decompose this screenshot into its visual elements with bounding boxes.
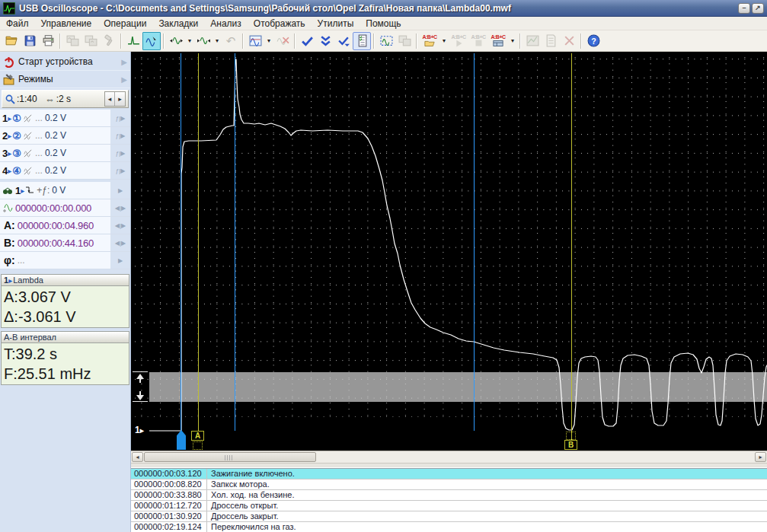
- abc-label: A:B+C: [471, 34, 485, 40]
- cursor-a-line[interactable]: [198, 53, 199, 431]
- stretch-dropdown[interactable]: ▾: [185, 32, 194, 50]
- cursor-b-line[interactable]: [571, 53, 572, 440]
- cursor-b-handle[interactable]: [566, 432, 576, 440]
- log-row[interactable]: 000000:01:12.720 Дроссель открыт.: [131, 501, 767, 511]
- channel-scale-value[interactable]: 0.2 V: [45, 165, 66, 176]
- view-mode-button[interactable]: [246, 32, 264, 50]
- trigger-level-value[interactable]: 0 V: [52, 185, 66, 196]
- channel-expand-control[interactable]: ƒ|▶: [110, 110, 130, 126]
- menu-utilities[interactable]: Утилиты: [312, 18, 360, 30]
- scale-time-row[interactable]: :1:40 ⇔ :2 s ◂ ▸: [2, 90, 129, 108]
- cursor-b-value[interactable]: 000000:00:44.160: [18, 237, 94, 249]
- menu-bookmarks[interactable]: Закладки: [152, 18, 204, 30]
- menu-control[interactable]: Управление: [35, 18, 98, 30]
- start-device-row[interactable]: Старт устройства ▶: [0, 53, 130, 71]
- thumb-grip: [225, 455, 232, 460]
- oscilloscope-display[interactable]: A B 1▸: [131, 52, 767, 451]
- position-value[interactable]: 000000:00:00.000: [15, 202, 91, 214]
- channel-row-4[interactable]: 4▸ ④ ... 0.2 V ƒ|▶: [0, 162, 130, 180]
- scroll-right-button[interactable]: ▸: [755, 452, 766, 462]
- control-sidebar: Старт устройства ▶ Режимы ▶ :1:40 ⇔ :2 s…: [0, 52, 131, 532]
- channel-expand-control[interactable]: ƒ|▶: [110, 145, 130, 161]
- select-range-button[interactable]: [377, 32, 395, 50]
- modes-row[interactable]: Режимы ▶: [0, 71, 130, 88]
- scale-value[interactable]: :1:40: [17, 94, 37, 104]
- single-capture-button[interactable]: [124, 32, 142, 50]
- toolbar-separator: [580, 33, 582, 49]
- abc-panel-button[interactable]: A:B+C: [488, 32, 508, 50]
- trigger-expand-control[interactable]: ▶: [110, 182, 130, 199]
- apply-all-down-button[interactable]: [316, 32, 334, 50]
- help-button[interactable]: ?: [584, 32, 602, 50]
- event-marker-line-2[interactable]: [235, 53, 235, 431]
- arrow-icon: ▸: [140, 426, 144, 435]
- open-button[interactable]: [2, 32, 21, 50]
- shrink-horizontal-button[interactable]: [194, 32, 213, 50]
- channel-row-2[interactable]: 2▸ ② ... 0.2 V ƒ|▶: [0, 127, 130, 145]
- cursor-b-flag[interactable]: B: [564, 440, 577, 450]
- panel-splitter[interactable]: [131, 463, 767, 468]
- minimize-button[interactable]: –: [738, 3, 750, 14]
- cursor-a-value[interactable]: 000000:00:04.960: [18, 220, 94, 231]
- menu-analysis[interactable]: Анализ: [204, 18, 248, 30]
- channel-scale-value[interactable]: 0.2 V: [45, 113, 66, 123]
- abc-open-button[interactable]: A:B+C: [420, 32, 439, 50]
- menu-operations[interactable]: Операции: [97, 18, 152, 30]
- selected-waveform-button[interactable]: [142, 32, 161, 50]
- channel-scale-value[interactable]: 0.2 V: [45, 130, 66, 141]
- shrink-dropdown[interactable]: ▾: [213, 32, 222, 50]
- cursor-b-row[interactable]: B: 000000:00:44.160 ◀|▶: [0, 234, 130, 252]
- channel-number: 4: [2, 165, 8, 177]
- pin-button[interactable]: ↗: [752, 3, 764, 14]
- chevron-right-icon[interactable]: ▶: [121, 75, 127, 84]
- channel-1-zero-label[interactable]: 1▸: [135, 425, 144, 435]
- scrollbar-thumb[interactable]: [144, 452, 316, 462]
- log-text: Дроссель закрыт.: [207, 511, 279, 521]
- cursor-a-flag[interactable]: A: [191, 431, 204, 441]
- view-mode-dropdown[interactable]: ▾: [264, 32, 273, 50]
- cursor-b-adjust-control[interactable]: ◀|▶: [110, 234, 130, 251]
- position-row[interactable]: 000000:00:00.000 ◀|▶: [0, 199, 130, 217]
- event-marker-line-3[interactable]: [474, 53, 475, 431]
- position-adjust-control[interactable]: ◀|▶: [110, 199, 130, 216]
- horizontal-scrollbar[interactable]: ◂ ▸: [131, 451, 767, 463]
- phase-expand-control[interactable]: ▶: [110, 252, 130, 269]
- scroll-left-button[interactable]: ◂: [132, 452, 143, 462]
- scale-step-left[interactable]: ◂: [105, 92, 115, 106]
- muted-wave-icon: [23, 166, 33, 176]
- toolbar-separator: [59, 33, 61, 49]
- trigger-row[interactable]: 1▸ +ƒ: 0 V ▶: [0, 182, 130, 199]
- binoculars-icon: [2, 185, 13, 196]
- channel-expand-control[interactable]: ƒ|▶: [110, 162, 130, 179]
- menu-file[interactable]: Файл: [0, 18, 35, 30]
- save-button[interactable]: [21, 32, 39, 50]
- cursor-a-adjust-control[interactable]: ◀|▶: [110, 217, 130, 234]
- channel-scale-value[interactable]: 0.2 V: [45, 148, 66, 158]
- event-marker-line-1[interactable]: [181, 53, 181, 449]
- phase-row[interactable]: φ: ... ▶: [0, 252, 130, 269]
- menu-help[interactable]: Помощь: [360, 18, 407, 30]
- report-delete-button: [560, 32, 578, 50]
- channel-row-1[interactable]: 1▸ ① ... 0.2 V ƒ|▶: [0, 110, 130, 127]
- log-row[interactable]: 000000:00:08.820 Запкск мотора.: [131, 479, 767, 490]
- time-per-div-value[interactable]: :2 s: [56, 94, 71, 104]
- cursor-a-handle[interactable]: [193, 441, 203, 450]
- apply-check-button[interactable]: [298, 32, 316, 50]
- menu-view[interactable]: Отображать: [248, 18, 312, 30]
- apply-next-button[interactable]: [334, 32, 353, 50]
- abc-panel-dropdown[interactable]: ▾: [508, 32, 517, 50]
- abc-open-dropdown[interactable]: ▾: [439, 32, 449, 50]
- channel-row-3[interactable]: 3▸ ③ ... 0.2 V ƒ|▶: [0, 145, 130, 162]
- print-button[interactable]: [39, 32, 57, 50]
- log-panel-toggle-button[interactable]: [353, 32, 371, 50]
- log-row[interactable]: 000000:02:19.124 Переключился на газ.: [131, 522, 767, 532]
- paste-signal-button: [81, 32, 100, 50]
- log-row[interactable]: 000000:00:33.880 Хол. ход. на бензине.: [131, 490, 767, 501]
- chevron-right-icon[interactable]: ▶: [121, 58, 127, 66]
- channel-expand-control[interactable]: ƒ|▶: [110, 127, 130, 144]
- cursor-a-row[interactable]: A: 000000:00:04.960 ◀|▶: [0, 217, 130, 234]
- log-row[interactable]: 000000:01:30.920 Дроссель закрыт.: [131, 511, 767, 522]
- log-row[interactable]: 000000:00:03.120 Зажигание включено.: [131, 469, 767, 479]
- scale-step-right[interactable]: ▸: [115, 92, 125, 106]
- stretch-horizontal-button[interactable]: [167, 32, 185, 50]
